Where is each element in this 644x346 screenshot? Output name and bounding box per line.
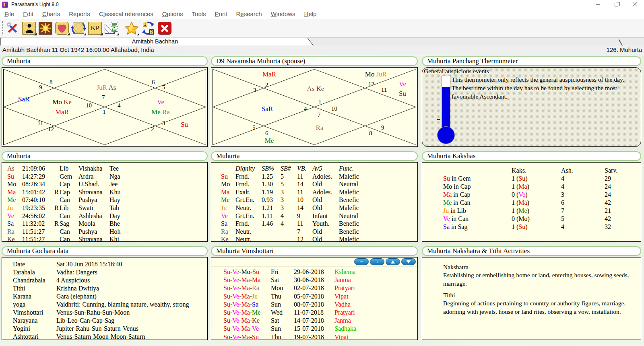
gochara-row: Vimshottari Venus-Sun-Rahu-Sun-Moon [2, 309, 207, 317]
menu-item-accesskey: H [304, 10, 309, 17]
planet-sign: Lib [60, 204, 78, 212]
dasha-period-row[interactable]: Su-Ve-Ma-Sa Sun 08-07-2018 Vadha [211, 301, 417, 309]
sb-number [281, 228, 297, 236]
dropdown-arrow-icon [84, 33, 86, 35]
dasha-period-row[interactable]: Su-Ve-Ma-Ve Sun 15-07-2018 Sadhaka [211, 325, 417, 333]
planet-abbr: Me [7, 196, 22, 204]
menu-item[interactable]: Charts [38, 10, 64, 17]
gochara-row: Yogini Jupiter-Rahu-Sun-Saturn-Venus [2, 325, 207, 333]
chart-planet-group: Me Ra [140, 108, 181, 116]
menu-item[interactable]: File [0, 10, 19, 17]
sign-number: 3 [162, 120, 165, 127]
kaksha-row: Me in Can 1 (Ma) 6 42 [422, 199, 641, 207]
dasha-period-row[interactable]: Su-Ve-Ma-Me Wed 11-07-2018 Pratyari [211, 309, 417, 317]
relationship-chart-button[interactable] [54, 21, 70, 35]
dignity-value: Frnd. [235, 220, 262, 228]
planet-in-sign: Ju in Lib [443, 207, 512, 215]
dasha-period-row[interactable]: Su-Ve-Ma-Ra Mon 02-07-2018 Pratyari [211, 284, 417, 292]
planet-position-row: Ke 11:51:27 Cap Shravana Khi [2, 235, 207, 242]
close-chart-button[interactable] [157, 21, 172, 35]
period-date: 14-07-2018 [294, 317, 334, 325]
menu-item[interactable]: Tools [188, 10, 211, 17]
collapse-level-button[interactable]: − [354, 258, 369, 265]
tarabala-result: Janma [334, 317, 417, 325]
menu-item-text: indows [277, 10, 295, 17]
dignity-row: Mo Frnd. 1.30 5 14 Old Neutral [211, 180, 417, 188]
sun-chart-button[interactable] [38, 21, 53, 35]
menu-item[interactable]: Reports [64, 10, 95, 17]
kp-system-button[interactable]: KP [87, 21, 103, 35]
menu-item[interactable]: Windows [266, 10, 300, 17]
gochara-value: Venus-Sun-Rahu-Sun-Moon [56, 309, 207, 317]
menu-item[interactable]: Edit [19, 10, 38, 17]
sign-number: 4 [118, 102, 121, 109]
functional-nature: Neutral [339, 180, 417, 188]
swap-charts-button[interactable]: 1 2 [140, 21, 156, 35]
dasha-period-row[interactable]: Su-Ve-Mo-Su Fri 29-06-2018 Kshema [211, 268, 417, 276]
dasha-chain: Su-Ve-Ma-Ju [223, 292, 271, 301]
planet-nakshatra: U.Shad. [78, 180, 109, 188]
gochara-key: Date [13, 260, 56, 268]
weekday: Sun [271, 301, 294, 309]
weekday: Sun [271, 325, 294, 333]
window-title: Parashara's Light 9.0 [11, 2, 59, 7]
sb-number: 3 [281, 196, 297, 204]
col-header: Func. [339, 165, 417, 173]
ashtakavarga-value: 4 [561, 175, 605, 183]
minimize-icon [596, 4, 600, 5]
expand-level-button[interactable]: + [370, 258, 384, 265]
restore-button[interactable] [607, 0, 625, 9]
tarabala-result: Vipat [334, 292, 417, 301]
dasha-period-row[interactable]: Su-Ve-Ma-Ke Sat 14-07-2018 Janma [211, 317, 417, 325]
planet-abbr: Ke [221, 235, 235, 242]
vb-value: 10 [297, 196, 312, 204]
menu-item[interactable]: Help [300, 10, 321, 17]
sb-percent: 1.21 [262, 204, 281, 212]
activity-text: Beginning of actions pertaining to count… [443, 299, 634, 316]
gochara-key: Karana [13, 292, 56, 301]
menu-item[interactable]: Classical references [95, 10, 158, 17]
scroll-up-button[interactable] [386, 258, 400, 265]
chart-notes-button[interactable] [104, 21, 119, 35]
dasha-period-row[interactable]: Su-Ve-Ma-Ju Thu 05-07-2018 Vipat [211, 292, 417, 301]
dropdown-arrow-icon [34, 33, 37, 35]
favorites-button[interactable] [124, 21, 139, 35]
menu-item[interactable]: Options [158, 10, 188, 17]
panel-title: Muhurta Kakshas [422, 151, 641, 161]
rotate-chart-button[interactable] [71, 21, 86, 35]
ashtakavarga-value: 4 [561, 183, 605, 191]
minimize-button[interactable] [588, 0, 607, 9]
gochara-row: Chandrabala 4 Auspicious [2, 276, 207, 284]
functional-nature: Benefic [339, 196, 417, 204]
menu-item[interactable]: Print [211, 10, 232, 17]
gochara-row: Tithi Krishna Dwitiya [2, 284, 207, 292]
planet-position-row: Su 14:27:29 Gem Ardra Nga [2, 173, 207, 181]
close-button[interactable] [625, 0, 644, 9]
sb-percent [262, 235, 281, 242]
vb-value: 7 [297, 228, 312, 236]
sign-number: 8 [369, 130, 372, 137]
dasha-period-row[interactable]: Su-Ve-Ma-Su Thu 19-07-2018 Vipat [211, 333, 417, 340]
sb-percent: 1.19 [262, 188, 281, 196]
planet-position-row: Mo 08:26:34 Cap U.Shad. Jee [2, 180, 207, 188]
menu-item-accesskey: E [23, 10, 27, 17]
planet-abbr: Ma [7, 188, 22, 196]
north-indian-chart[interactable]: 8 9 6 5 7 10 4 1 11 12 3 2 SaR JuR As Mo… [2, 67, 208, 147]
col-header: Ash. [561, 167, 605, 175]
kaksha-row: Mo in Cap 1 (Ma) 4 24 [422, 183, 641, 191]
north-indian-chart[interactable]: 2 3 12 11 1 4 10 7 5 6 9 8 MaR As Ke Mo … [211, 67, 418, 147]
tools-button[interactable] [5, 21, 20, 35]
scroll-down-button[interactable] [401, 258, 416, 265]
dignity-value: Exalt. [235, 188, 262, 196]
gochara-value: Venus-Saturn-Moon-Moon-Saturn [56, 333, 207, 340]
toolbar-grip[interactable] [2, 21, 3, 35]
dasha-period-row[interactable]: Su-Ve-Ma-Ma Sat 30-06-2018 Janma [211, 276, 417, 284]
sarvashtaka-value: 42 [605, 215, 641, 223]
birth-chart-button[interactable] [21, 21, 37, 35]
avastha-value: Old [312, 204, 339, 212]
planet-syllable: Khi [109, 235, 207, 242]
tab-amitabh-bachhan[interactable]: Amitabh Bachhan [0, 37, 315, 46]
sun-icon [39, 22, 52, 35]
menu-item[interactable]: Research [231, 10, 266, 17]
planet-syllable: Tee [109, 165, 207, 173]
